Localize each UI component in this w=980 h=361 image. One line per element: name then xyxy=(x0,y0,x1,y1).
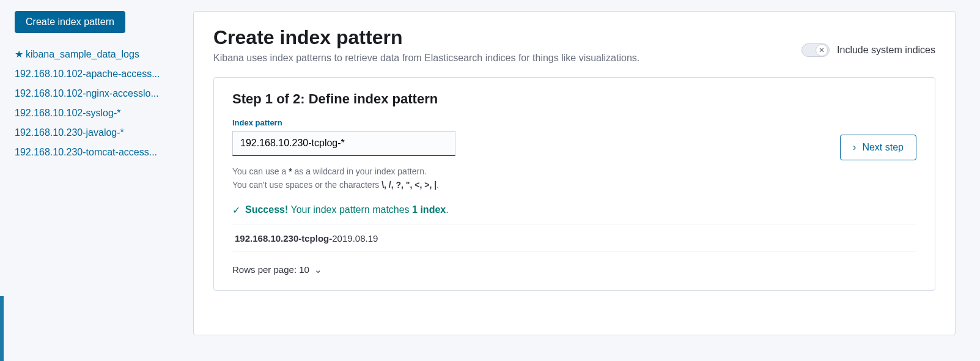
sidebar-item-label: 192.168.10.102-nginx-accesslo... xyxy=(15,88,159,99)
match-item-bold: 192.168.10.230-tcplog- xyxy=(235,233,332,244)
sidebar-item-label: 192.168.10.230-javalog-* xyxy=(15,127,124,138)
main-content: Create index pattern Kibana uses index p… xyxy=(187,0,980,361)
sidebar-item-label: 192.168.10.102-syslog-* xyxy=(15,108,120,119)
include-system-indices-toggle[interactable]: ✕ xyxy=(801,43,830,57)
next-step-button[interactable]: › Next step xyxy=(840,135,916,160)
sidebar-item[interactable]: 192.168.10.230-tomcat-access... xyxy=(15,143,177,162)
index-pattern-field-label: Index pattern xyxy=(232,118,916,127)
include-system-indices-group: ✕ Include system indices xyxy=(801,26,935,57)
sidebar-item[interactable]: 192.168.10.102-syslog-* xyxy=(15,103,177,123)
sidebar-item[interactable]: 192.168.10.102-apache-access... xyxy=(15,64,177,84)
success-message: ✓ Success! Your index pattern matches 1 … xyxy=(232,204,916,216)
content-panel: Create index pattern Kibana uses index p… xyxy=(193,11,956,335)
success-count: 1 index xyxy=(412,204,446,215)
check-icon: ✓ xyxy=(232,204,240,216)
sidebar-item[interactable]: 192.168.10.230-javalog-* xyxy=(15,123,177,143)
help-text-span: as a wildcard in your index pattern. xyxy=(292,166,427,176)
match-item-tail: 2019.08.19 xyxy=(332,233,378,244)
success-bold: Success! xyxy=(245,204,288,215)
help-text-span: You can use a xyxy=(232,166,289,176)
chevron-right-icon: › xyxy=(853,142,856,153)
chevron-down-icon: ⌄ xyxy=(314,264,322,275)
index-pattern-input[interactable] xyxy=(232,131,455,156)
sidebar-item-kibana-sample[interactable]: ★ kibana_sample_data_logs xyxy=(15,44,177,64)
star-icon: ★ xyxy=(15,48,23,60)
help-text-bold: \, /, ?, ", <, >, | xyxy=(381,180,437,190)
page-description: Kibana uses index patterns to retrieve d… xyxy=(213,53,639,64)
next-step-label: Next step xyxy=(862,142,904,153)
page-title: Create index pattern xyxy=(213,26,639,49)
create-index-pattern-button[interactable]: Create index pattern xyxy=(15,11,125,33)
success-text: Your index pattern matches xyxy=(288,204,412,215)
page-header: Create index pattern Kibana uses index p… xyxy=(213,26,935,64)
success-text: . xyxy=(446,204,448,215)
match-list: 192.168.10.230-tcplog-2019.08.19 xyxy=(232,225,916,252)
match-item: 192.168.10.230-tcplog-2019.08.19 xyxy=(232,225,916,252)
toggle-label: Include system indices xyxy=(837,45,935,56)
sidebar-item-label: 192.168.10.230-tomcat-access... xyxy=(15,147,157,158)
sidebar-item[interactable]: 192.168.10.102-nginx-accesslo... xyxy=(15,84,177,103)
step-title: Step 1 of 2: Define index pattern xyxy=(232,91,916,107)
index-pattern-list: ★ kibana_sample_data_logs 192.168.10.102… xyxy=(15,44,177,162)
sidebar-item-label: 192.168.10.102-apache-access... xyxy=(15,69,160,80)
help-text-span: You can't use spaces or the characters xyxy=(232,180,381,190)
help-text-span: . xyxy=(437,180,439,190)
sidebar-item-label: kibana_sample_data_logs xyxy=(26,49,139,60)
help-text: You can use a * as a wildcard in your in… xyxy=(232,165,455,192)
step-panel: Step 1 of 2: Define index pattern Index … xyxy=(213,77,935,291)
rows-per-page-selector[interactable]: Rows per page: 10 ⌄ xyxy=(232,252,916,275)
sidebar: Create index pattern ★ kibana_sample_dat… xyxy=(4,0,187,361)
close-icon: ✕ xyxy=(816,44,828,56)
rows-per-page-label: Rows per page: 10 xyxy=(232,264,309,275)
